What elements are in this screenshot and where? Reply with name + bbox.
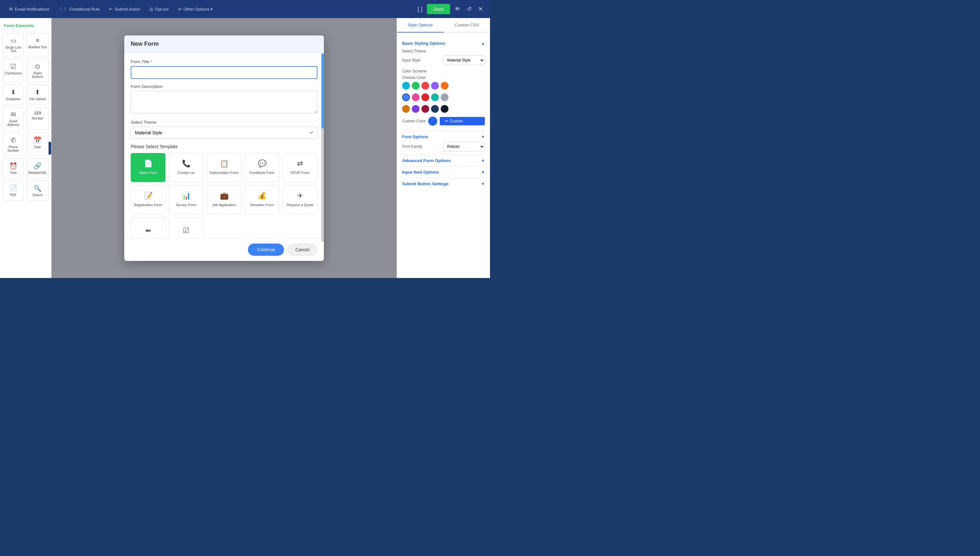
cancel-button[interactable]: Cancel [287, 244, 318, 256]
sidebar-item-time[interactable]: ⏰ Time [3, 158, 24, 178]
font-options-section: Font Options ▼ Font Family Roboto Arial … [402, 131, 485, 155]
sidebar-item-phone-number[interactable]: ✆ Phone Number [3, 133, 24, 156]
color-red[interactable] [421, 82, 429, 90]
color-gold[interactable] [402, 105, 410, 113]
radio-icon: ⊙ [35, 63, 40, 70]
color-violet[interactable] [412, 105, 419, 113]
submit-icon: ↩ [109, 6, 113, 11]
continue-button[interactable]: Continue [248, 244, 284, 256]
basic-styling-title: Basic Styling Options [402, 41, 445, 46]
email-icon: ✉ [9, 6, 13, 11]
modal-overlay: New Form Form Title * Form Description [52, 18, 397, 278]
template-contact-us[interactable]: 📞 Contact us [169, 153, 203, 182]
feedback-icon: 💬 [258, 160, 267, 168]
sidebar-item-checkboxes[interactable]: ☑ Checkboxes [3, 59, 24, 82]
color-black[interactable] [441, 105, 448, 113]
template-feedback-label: Feedback Form [250, 170, 274, 175]
theme-group: Select Theme Material Style Classic Styl… [131, 120, 318, 139]
template-subscription-form[interactable]: 📋 Subscription Form [207, 153, 242, 182]
submit-button-header[interactable]: Submit Button Settings ▼ [402, 181, 485, 186]
form-title-input[interactable] [131, 66, 318, 79]
color-green[interactable] [412, 82, 419, 90]
nav-conditional-rule[interactable]: ⋮⋮ Conditional Rule [55, 5, 104, 13]
font-family-row: Font Family Roboto Arial Open Sans [402, 142, 485, 151]
sidebar-item-email-address[interactable]: ✉ Email Address [3, 107, 24, 130]
template-registration-form[interactable]: 📝 Registration Form [131, 185, 166, 214]
submit-button-chevron: ▼ [481, 182, 485, 186]
sidebar-item-file-upload[interactable]: ⬆ File Upload [26, 85, 48, 104]
contact-icon: 📞 [182, 160, 190, 168]
advanced-options-header[interactable]: Advanced Form Options ▼ [402, 158, 485, 163]
other-icon: ⇌ [178, 6, 182, 11]
input-field-options-header[interactable]: Input field Options ▼ [402, 170, 485, 175]
sidebar-item-multiline-text[interactable]: ≡ Multiline Text [26, 33, 48, 57]
blank-form-icon: 📄 [144, 160, 153, 168]
sidebar-item-date[interactable]: 📅 Date [26, 133, 48, 156]
survey-icon: 📊 [182, 192, 190, 200]
basic-styling-header[interactable]: Basic Styling Options ▲ [402, 38, 485, 49]
conditional-icon: ⋮⋮ [58, 6, 67, 11]
save-button[interactable]: Save [427, 4, 450, 14]
sidebar-item-pdf[interactable]: 📄 PDF [3, 181, 24, 200]
nav-submit-action[interactable]: ↩ Submit Action [105, 5, 144, 13]
sidebar-item-single-line-text[interactable]: ▭ Single Line Text [3, 33, 24, 57]
custom-color-swatch[interactable] [428, 116, 437, 126]
color-purple[interactable] [431, 82, 439, 90]
tab-custom-css[interactable]: Custom CSS [444, 18, 490, 32]
template-donation-form[interactable]: 💰 Donation Form [245, 185, 279, 214]
sidebar-item-label: Phone Number [4, 145, 22, 152]
sidebar-item-label: Checkboxes [5, 71, 22, 75]
nav-other-options[interactable]: ⇌ Other Options ▾ [174, 5, 217, 13]
sidebar-item-label: PDF [10, 193, 16, 197]
sidebar-item-dropdown[interactable]: ⬇ Dropdown [3, 85, 24, 104]
color-pink[interactable] [412, 94, 419, 101]
tab-style-options[interactable]: Style Options [397, 18, 444, 32]
registration-icon: 📝 [144, 192, 153, 200]
sidebar-item-radio-buttons[interactable]: ⊙ Radio Buttons [26, 59, 48, 82]
preview-button[interactable]: 👁 [453, 4, 462, 15]
advanced-options-section: Advanced Form Options ▼ [402, 155, 485, 166]
color-cyan[interactable] [402, 82, 410, 90]
font-family-select[interactable]: Roboto Arial Open Sans [443, 142, 485, 151]
template-blank-form[interactable]: 📄 Blank Form [131, 153, 166, 182]
color-teal[interactable] [431, 94, 439, 101]
color-circles-row1 [402, 82, 485, 90]
template-survey-form[interactable]: 📊 Survey Form [169, 185, 203, 214]
theme-select[interactable]: Material Style Classic Style Modern Styl… [131, 127, 318, 139]
form-description-label: Form Description [131, 84, 318, 89]
new-form-modal: New Form Form Title * Form Description [124, 36, 324, 261]
sidebar-item-website-url[interactable]: 🔗 Website/URL [26, 158, 48, 178]
sidebar-item-number[interactable]: 123 Number [26, 107, 48, 130]
nav-opt-ins[interactable]: ◎ Opt-ins [145, 5, 172, 13]
sidebar-item-label: Multiline Text [28, 45, 47, 49]
sidebar-item-label: Number [32, 116, 44, 120]
template-checklist[interactable]: ☑ [169, 217, 203, 238]
color-maroon[interactable] [421, 105, 429, 113]
form-description-textarea[interactable] [131, 91, 318, 113]
close-top-button[interactable]: ✕ [476, 3, 485, 15]
color-orange[interactable] [441, 82, 448, 90]
modal-title: New Form [131, 40, 159, 47]
template-donation-label: Donation Form [250, 203, 274, 207]
font-options-header[interactable]: Font Options ▼ [402, 134, 485, 139]
color-gray[interactable] [441, 94, 448, 101]
sidebar-collapse-button[interactable]: ◀ [48, 142, 52, 155]
submit-button-section: Submit Button Settings ▼ [402, 178, 485, 189]
custom-color-button[interactable]: ✏ Custom [440, 117, 485, 125]
input-style-select[interactable]: Material Style Classic Style [443, 55, 485, 65]
refresh-button[interactable]: ↺ [465, 3, 474, 15]
template-job-application[interactable]: 💼 Job Application [207, 185, 242, 214]
sidebar-item-search[interactable]: 🔍 Search [26, 181, 48, 200]
template-feedback-form[interactable]: 💬 Feedback Form [245, 153, 279, 182]
template-back[interactable]: ⬅ [131, 217, 166, 238]
nav-email-notifications[interactable]: ✉ Email Notifications [5, 5, 53, 13]
color-circles-row2 [402, 94, 485, 101]
template-grid-row1: 📄 Blank Form 📞 Contact us 📋 Subscription… [131, 153, 318, 182]
template-request-quote[interactable]: ✈ Request a Quote [283, 185, 318, 214]
color-blue[interactable] [402, 94, 410, 101]
template-rsvp-form[interactable]: ⇄ RSVP Form [283, 153, 318, 182]
color-crimson[interactable] [421, 94, 429, 101]
optins-icon: ◎ [149, 6, 153, 11]
color-navy[interactable] [431, 105, 439, 113]
brackets-button[interactable]: [ ] [416, 4, 424, 15]
